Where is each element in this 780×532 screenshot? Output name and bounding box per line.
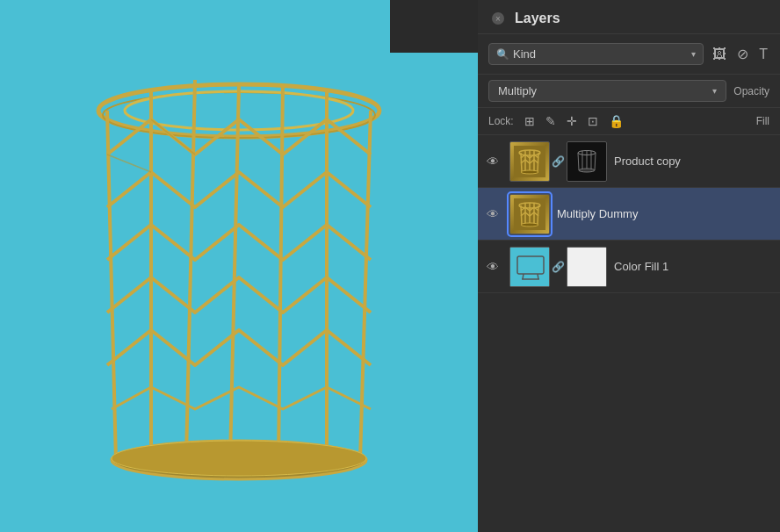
layer-thumbnails: 🔗 bbox=[509, 247, 607, 287]
basket-illustration bbox=[28, 40, 450, 532]
visibility-icon[interactable]: 👁 bbox=[487, 155, 502, 169]
layers-panel: × Layers 🔍 Kind ▾ 🖼 ⊘ T Multiply ▾ Opaci… bbox=[478, 0, 780, 532]
text-filter-icon[interactable]: T bbox=[757, 45, 769, 64]
layer-name-label: Product copy bbox=[614, 155, 771, 168]
chain-link-icon: 🔗 bbox=[552, 155, 565, 168]
search-icon: 🔍 bbox=[496, 48, 509, 61]
layer-item[interactable]: 👁 � bbox=[478, 135, 780, 188]
filter-row: 🔍 Kind ▾ 🖼 ⊘ T bbox=[478, 34, 780, 75]
layer-name-label: Multiply Dummy bbox=[557, 207, 771, 220]
lock-row: Lock: ⊞ ✎ ✛ ⊡ 🔒 Fill bbox=[478, 108, 780, 135]
kind-filter-dropdown[interactable]: 🔍 Kind ▾ bbox=[488, 43, 704, 65]
lock-label: Lock: bbox=[488, 115, 514, 127]
opacity-label: Opacity bbox=[733, 85, 769, 97]
blend-mode-dropdown[interactable]: Multiply ▾ bbox=[488, 80, 726, 102]
layer-item[interactable]: 👁 🔗 bbox=[478, 241, 780, 293]
svg-point-37 bbox=[521, 223, 538, 226]
lock-image-icon[interactable]: ✎ bbox=[544, 113, 558, 129]
no-filter-icon[interactable]: ⊘ bbox=[735, 44, 750, 64]
layer-item[interactable]: 👁 Multipl bbox=[478, 188, 780, 241]
lock-icons-group: ⊞ ✎ ✛ ⊡ 🔒 bbox=[523, 113, 625, 129]
lock-artboard-icon[interactable]: ⊡ bbox=[586, 113, 600, 129]
lock-transparent-icon[interactable]: ⊞ bbox=[523, 113, 537, 129]
close-button[interactable]: × bbox=[492, 12, 504, 25]
panel-title: Layers bbox=[515, 11, 560, 26]
panel-header: × Layers bbox=[478, 0, 780, 34]
blend-row: Multiply ▾ Opacity bbox=[478, 75, 780, 108]
svg-point-29 bbox=[579, 169, 595, 172]
blend-mode-label: Multiply bbox=[498, 84, 537, 97]
photo-canvas bbox=[0, 0, 478, 532]
visibility-icon[interactable]: 👁 bbox=[487, 207, 502, 221]
blend-chevron-icon: ▾ bbox=[712, 86, 717, 96]
lock-position-icon[interactable]: ✛ bbox=[565, 113, 579, 129]
svg-point-21 bbox=[521, 170, 538, 174]
svg-line-7 bbox=[278, 84, 283, 460]
svg-rect-43 bbox=[567, 248, 607, 287]
svg-line-40 bbox=[523, 274, 524, 279]
lock-all-icon[interactable]: 🔒 bbox=[607, 113, 625, 129]
filter-type-icons: 🖼 ⊘ T bbox=[711, 44, 769, 64]
layer-thumbnail-main bbox=[509, 141, 550, 182]
image-filter-icon[interactable]: 🖼 bbox=[711, 45, 728, 64]
layer-thumbnail-main bbox=[509, 194, 550, 234]
layer-thumbnails bbox=[509, 194, 550, 234]
svg-line-6 bbox=[230, 84, 239, 460]
fill-label: Fill bbox=[756, 115, 769, 127]
layer-thumbnails: 🔗 bbox=[509, 141, 607, 182]
chain-link-icon: 🔗 bbox=[552, 261, 565, 273]
layer-thumbnail-mask bbox=[567, 141, 607, 182]
layer-name-label: Color Fill 1 bbox=[614, 260, 771, 273]
svg-line-12 bbox=[107, 155, 151, 172]
kind-label: Kind bbox=[513, 47, 536, 61]
chevron-down-icon: ▾ bbox=[691, 49, 696, 59]
layer-thumbnail-main bbox=[509, 247, 550, 287]
svg-line-41 bbox=[538, 274, 538, 279]
layer-thumbnail-effect bbox=[567, 247, 607, 287]
visibility-icon[interactable]: 👁 bbox=[487, 260, 502, 274]
layers-list: 👁 � bbox=[478, 135, 780, 532]
svg-point-11 bbox=[112, 441, 366, 476]
